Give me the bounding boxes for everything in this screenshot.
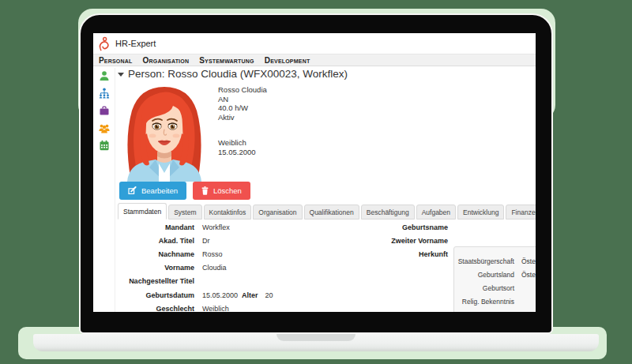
- form-right-column: GeburtsnameZweiter VornameHerkunft: [354, 220, 456, 261]
- form-row-zweiter-vorname: Zweiter Vorname: [354, 234, 456, 247]
- field-label-geschlecht: Geschlecht: [109, 305, 194, 312]
- field-label-vorname: Vorname: [109, 264, 194, 272]
- form-row-nachgestellter-titel: Nachgestellter Titel: [109, 275, 273, 288]
- page-title-row: Person: Rosso Cloudia (WFX00023, Workfle…: [118, 68, 348, 80]
- delete-button[interactable]: Löschen: [193, 182, 250, 200]
- summary-hours: 40.0 h/W: [218, 103, 267, 113]
- field-label-nachgestellter-titel: Nachgestellter Titel: [109, 277, 194, 285]
- briefcase-icon[interactable]: [99, 105, 110, 116]
- team-icon[interactable]: [99, 122, 110, 133]
- brand-title: HR-Expert: [115, 39, 156, 48]
- field-value-nachname: Rosso: [202, 250, 223, 258]
- menu-item-personal[interactable]: Personal: [99, 56, 133, 65]
- form-row-mandant: MandantWorkflex: [109, 220, 273, 234]
- scene: HR-Expert Personal Organisation Systemwa…: [0, 0, 632, 364]
- employee-icon[interactable]: [99, 70, 110, 81]
- profile-photo: [119, 84, 209, 182]
- summary-type: AN: [218, 95, 267, 104]
- field-value-geschlecht: Weiblich: [202, 305, 229, 312]
- form-left-column: MandantWorkflexAkad. TitelDrNachnameRoss…: [109, 220, 273, 312]
- edit-button-label: Bearbeiten: [141, 186, 178, 195]
- form-row-geburtsort: Geburtsort: [454, 281, 536, 295]
- hr-expert-logo-icon: [97, 36, 111, 51]
- summary-name: Rosso Cloudia: [218, 85, 267, 95]
- field-value-geburtsland: Österrei: [521, 271, 536, 279]
- delete-button-label: Löschen: [213, 186, 242, 195]
- form-row-geburtsland: GeburtslandÖsterrei: [454, 268, 536, 281]
- field-value-alter: 20: [265, 291, 273, 299]
- field-label-relig-bekenntnis: Relig. Bekenntnis: [454, 298, 514, 306]
- main-menu: Personal Organisation Systemwartung Deve…: [93, 54, 536, 66]
- tab-system[interactable]: System: [168, 205, 201, 220]
- menu-item-development[interactable]: Development: [265, 56, 310, 65]
- field-label-herkunft: Herkunft: [354, 250, 448, 258]
- form-row-vorname: VornameCloudia: [109, 261, 273, 275]
- app-header: HR-Expert: [93, 33, 536, 54]
- page-title: Person: Rosso Cloudia (WFX00023, Workfle…: [128, 68, 348, 80]
- tab-aufgaben[interactable]: Aufgaben: [416, 205, 456, 220]
- field-label-geburtsdatum: Geburtsdatum: [109, 291, 194, 299]
- summary-gap: [218, 122, 267, 138]
- tab-qualifikationen[interactable]: Qualifikationen: [304, 205, 359, 220]
- form-row-geburtsname: Geburtsname: [354, 220, 456, 234]
- field-label-nachname: Nachname: [109, 250, 194, 258]
- edit-icon: [128, 186, 137, 195]
- edit-button[interactable]: Bearbeiten: [119, 182, 186, 200]
- tab-entwicklung[interactable]: Entwicklung: [457, 205, 504, 220]
- tab-besch-ftigung[interactable]: Beschäftigung: [361, 205, 415, 220]
- menu-item-systemwartung[interactable]: Systemwartung: [199, 56, 254, 65]
- tab-stammdaten[interactable]: Stammdaten: [118, 203, 167, 220]
- field-label-staatsb-rgerschaft: Staatsbürgerschaft: [454, 257, 514, 265]
- laptop-base-notch: [276, 334, 356, 341]
- herkunft-panel: StaatsbürgerschaftÖsterreiGeburtslandÖst…: [453, 246, 536, 312]
- form-row-geburtsdatum: Geburtsdatum15.05.2000Alter20: [109, 288, 273, 302]
- form-row-geschlecht: GeschlechtWeiblich: [109, 302, 273, 312]
- summary-birthdate: 15.05.2000: [218, 148, 267, 157]
- summary-gender: Weiblich: [218, 138, 267, 148]
- action-buttons: Bearbeiten Löschen: [119, 182, 250, 200]
- laptop-frame: HR-Expert Personal Organisation Systemwa…: [79, 13, 553, 334]
- form-row-nachname: NachnameRosso: [109, 247, 273, 261]
- field-value-vorname: Cloudia: [202, 264, 227, 272]
- tab-bar: StammdatenSystemKontaktinfosOrganisation…: [118, 203, 536, 220]
- form-row-akad-titel: Akad. TitelDr: [109, 234, 273, 247]
- form-row-staatsb-rgerschaft: StaatsbürgerschaftÖsterrei: [454, 254, 536, 268]
- app-window: HR-Expert Personal Organisation Systemwa…: [93, 33, 536, 312]
- tab-organisation[interactable]: Organisation: [253, 205, 302, 220]
- tab-finanzen[interactable]: Finanzen: [506, 205, 536, 220]
- field-label-geburtsname: Geburtsname: [354, 223, 448, 231]
- form-row-relig-bekenntnis: Relig. Bekenntnis: [454, 295, 536, 309]
- field-label-akad-titel: Akad. Titel: [109, 237, 194, 245]
- summary-status: Aktiv: [218, 113, 267, 122]
- field-value-mandant: Workflex: [202, 223, 230, 231]
- tab-kontaktinfos[interactable]: Kontaktinfos: [204, 205, 252, 220]
- profile-summary: Rosso Cloudia AN 40.0 h/W Aktiv Weiblich…: [218, 85, 267, 156]
- field-label-geburtsort: Geburtsort: [454, 284, 514, 292]
- trash-icon: [201, 186, 209, 195]
- field-value-akad-titel: Dr: [202, 237, 210, 245]
- field-label-alter: Alter: [242, 291, 258, 299]
- field-value-staatsb-rgerschaft: Österrei: [521, 257, 536, 265]
- org-chart-icon[interactable]: [99, 88, 110, 99]
- menu-item-organisation[interactable]: Organisation: [143, 56, 190, 65]
- field-label-mandant: Mandant: [109, 223, 194, 231]
- field-value-geburtsdatum: 15.05.2000: [202, 291, 237, 299]
- form-row-herkunft: Herkunft: [354, 247, 456, 261]
- laptop-base: [33, 334, 599, 351]
- collapse-caret-icon[interactable]: [118, 73, 124, 77]
- calendar-icon[interactable]: [99, 140, 110, 151]
- field-label-zweiter-vorname: Zweiter Vorname: [354, 237, 448, 245]
- field-label-geburtsland: Geburtsland: [454, 271, 514, 279]
